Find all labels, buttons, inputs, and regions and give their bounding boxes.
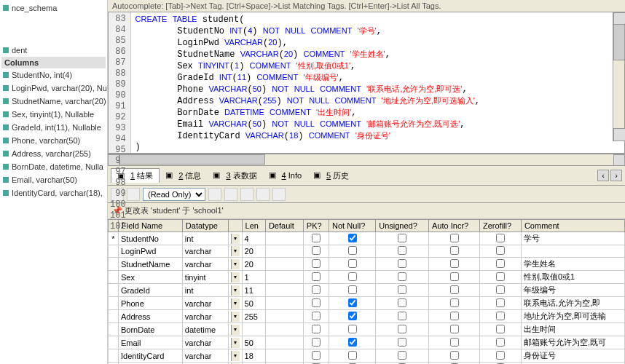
len-cell[interactable] <box>242 323 265 336</box>
zerofill-cell[interactable] <box>479 258 521 271</box>
unsigned-cell[interactable] <box>376 258 429 271</box>
grid-header[interactable]: Comment <box>521 220 624 232</box>
grid-checkbox[interactable] <box>398 325 406 333</box>
table-row[interactable]: Phonevarchar▾50联系电话,允许为空,即 <box>109 297 625 310</box>
tab-5[interactable]: ▣5 历史 <box>307 168 355 183</box>
column-item[interactable]: Email, varchar(50) <box>1 173 106 186</box>
datatype-cell[interactable]: varchar <box>182 336 228 349</box>
pk-cell[interactable] <box>303 271 329 284</box>
default-cell[interactable] <box>265 258 303 271</box>
grid-checkbox[interactable] <box>496 259 505 268</box>
datatype-dropdown[interactable]: ▾ <box>228 271 242 284</box>
grid-checkbox[interactable] <box>450 351 459 360</box>
tree-table[interactable]: dent <box>1 44 106 57</box>
grid-header[interactable]: Default <box>265 220 303 232</box>
grid-checkbox[interactable] <box>348 234 357 242</box>
datatype-dropdown[interactable]: ▾ <box>228 284 242 297</box>
comment-cell[interactable]: 身份证号 <box>521 349 624 363</box>
comment-cell[interactable]: 联系电话,允许为空,即 <box>521 297 624 310</box>
datatype-dropdown[interactable]: ▾ <box>228 245 242 258</box>
grid-checkbox[interactable] <box>450 325 459 333</box>
len-cell[interactable]: 11 <box>242 284 265 297</box>
column-item[interactable]: IdentityCard, varchar(18), <box>1 186 106 199</box>
notnull-cell[interactable] <box>329 310 376 323</box>
grid-checkbox[interactable] <box>450 285 459 294</box>
sql-editor[interactable]: CREATE TABLE student( StudentNo INT(4) N… <box>131 12 624 153</box>
autoincr-cell[interactable] <box>429 271 480 284</box>
zerofill-cell[interactable] <box>479 349 521 363</box>
grid-checkbox[interactable] <box>496 272 505 281</box>
grid-checkbox[interactable] <box>348 259 357 268</box>
comment-cell[interactable]: 年级编号 <box>521 284 624 297</box>
grid-header[interactable]: Datatype <box>182 220 228 232</box>
field-name-cell[interactable]: StudentNo <box>119 232 183 245</box>
scroll-thumb[interactable] <box>613 24 625 60</box>
grid-checkbox[interactable] <box>398 298 406 307</box>
column-item[interactable]: Address, varchar(255) <box>1 147 106 160</box>
grid-checkbox[interactable] <box>398 234 406 242</box>
notnull-cell[interactable] <box>329 349 376 363</box>
unsigned-cell[interactable] <box>376 297 429 310</box>
default-cell[interactable] <box>265 284 303 297</box>
datatype-dropdown[interactable]: ▾ <box>228 232 242 245</box>
scroll-h-thumb[interactable] <box>119 154 265 165</box>
grid-checkbox[interactable] <box>348 272 357 281</box>
datatype-dropdown[interactable]: ▾ <box>228 297 242 310</box>
zerofill-cell[interactable] <box>479 271 521 284</box>
zerofill-cell[interactable] <box>479 245 521 258</box>
unsigned-cell[interactable] <box>376 323 429 336</box>
table-row[interactable]: *StudentNoint▾4学号 <box>109 232 625 245</box>
column-item[interactable]: StudnetName, varchar(20) <box>1 95 106 108</box>
unsigned-cell[interactable] <box>376 271 429 284</box>
tab-prev[interactable]: ‹ <box>597 170 609 181</box>
default-cell[interactable] <box>265 336 303 349</box>
grid-checkbox[interactable] <box>496 246 505 255</box>
unsigned-cell[interactable] <box>376 349 429 363</box>
field-name-cell[interactable]: Sex <box>119 271 183 284</box>
pk-cell[interactable] <box>303 232 329 245</box>
autoincr-cell[interactable] <box>429 310 480 323</box>
len-cell[interactable]: 20 <box>242 245 265 258</box>
datatype-cell[interactable]: datetime <box>182 323 228 336</box>
default-cell[interactable] <box>265 297 303 310</box>
grid-checkbox[interactable] <box>348 338 357 347</box>
default-cell[interactable] <box>265 349 303 363</box>
column-item[interactable]: BornDate, datetime, Nulla <box>1 160 106 173</box>
grid-checkbox[interactable] <box>398 285 406 294</box>
tab-next[interactable]: › <box>610 170 622 181</box>
grid-checkbox[interactable] <box>312 234 321 242</box>
grid-checkbox[interactable] <box>398 259 406 268</box>
unsigned-cell[interactable] <box>376 284 429 297</box>
datatype-dropdown[interactable]: ▾ <box>228 323 242 336</box>
grid-checkbox[interactable] <box>450 298 459 307</box>
grid-header[interactable]: Unsigned? <box>376 220 429 232</box>
column-item[interactable]: Sex, tinyint(1), Nullable <box>1 108 106 121</box>
zerofill-cell[interactable] <box>479 310 521 323</box>
autoincr-cell[interactable] <box>429 245 480 258</box>
grid-checkbox[interactable] <box>348 298 357 307</box>
datatype-dropdown[interactable]: ▾ <box>228 258 242 271</box>
default-cell[interactable] <box>265 245 303 258</box>
autoincr-cell[interactable] <box>429 323 480 336</box>
field-name-cell[interactable]: LoginPwd <box>119 245 183 258</box>
grid-checkbox[interactable] <box>496 338 505 347</box>
grid-checkbox[interactable] <box>398 338 406 347</box>
default-cell[interactable] <box>265 271 303 284</box>
pk-cell[interactable] <box>303 349 329 363</box>
scroll-right-btn[interactable] <box>613 154 625 166</box>
vertical-scrollbar[interactable] <box>613 12 624 141</box>
autoincr-cell[interactable] <box>429 349 480 363</box>
grid-checkbox[interactable] <box>496 285 505 294</box>
autoincr-cell[interactable] <box>429 297 480 310</box>
tool-btn-3[interactable] <box>208 188 221 201</box>
grid-checkbox[interactable] <box>312 351 321 360</box>
unsigned-cell[interactable] <box>376 310 429 323</box>
grid-checkbox[interactable] <box>348 285 357 294</box>
grid-checkbox[interactable] <box>312 259 321 268</box>
table-row[interactable]: StudnetNamevarchar▾20学生姓名 <box>109 258 625 271</box>
pk-cell[interactable] <box>303 245 329 258</box>
len-cell[interactable]: 18 <box>242 349 265 363</box>
len-cell[interactable]: 20 <box>242 258 265 271</box>
autoincr-cell[interactable] <box>429 258 480 271</box>
column-item[interactable]: LoginPwd, varchar(20), Nu <box>1 82 106 95</box>
